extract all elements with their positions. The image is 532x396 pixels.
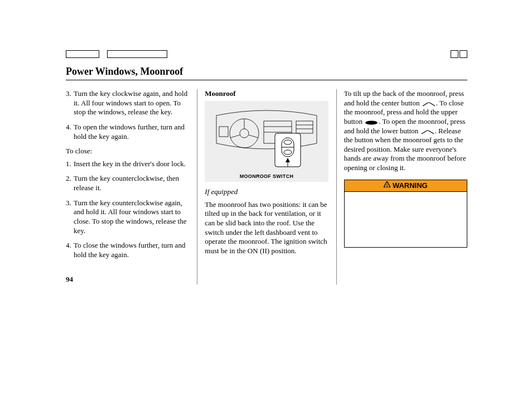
step-text: Turn the key clockwise again, and hold i… xyxy=(74,89,189,117)
step-text: To close the windows further, turn and h… xyxy=(74,241,189,259)
svg-point-19 xyxy=(365,120,378,124)
step-text: Insert the key in the driver's door lock… xyxy=(74,160,189,169)
moonroof-figure: MOONROOF SWITCH xyxy=(205,101,328,182)
tilt-button-icon xyxy=(422,100,436,106)
warning-label: WARNING xyxy=(393,181,428,191)
close-step: 4. To close the windows further, turn an… xyxy=(66,241,189,259)
open-button-icon xyxy=(420,128,435,134)
svg-point-16 xyxy=(284,150,292,154)
svg-rect-8 xyxy=(296,121,313,133)
svg-point-14 xyxy=(284,140,292,144)
moonroof-heading: Moonroof xyxy=(205,89,328,99)
svg-point-1 xyxy=(240,129,249,138)
page-title: Power Windows, Moonroof xyxy=(66,66,467,80)
manual-page: Power Windows, Moonroof 3. Turn the key … xyxy=(66,50,467,284)
close-heading: To close: xyxy=(66,147,189,156)
moonroof-operation: To tilt up the back of the moonroof, pre… xyxy=(344,89,467,173)
step-number: 3. xyxy=(66,89,74,117)
column-2: Moonroof xyxy=(197,89,336,265)
warning-box: ! WARNING xyxy=(344,180,467,248)
figure-caption: MOONROOF SWITCH xyxy=(208,173,325,180)
step-text: Turn the key counterclockwise again, and… xyxy=(74,199,189,236)
column-1: 3. Turn the key clockwise again, and hol… xyxy=(66,89,197,265)
step-number: 2. xyxy=(66,174,74,192)
column-3: To tilt up the back of the moonroof, pre… xyxy=(336,89,467,265)
moonroof-switch-illustration xyxy=(214,104,320,171)
close-button-icon xyxy=(364,119,379,124)
step-number: 3. xyxy=(66,199,74,236)
moonroof-description: The moonroof has two positions: it can b… xyxy=(205,200,328,256)
step-text: To open the windows further, turn and ho… xyxy=(74,123,189,141)
step-number: 4. xyxy=(66,123,74,141)
warning-header: ! WARNING xyxy=(345,180,467,192)
open-step: 3. Turn the key clockwise again, and hol… xyxy=(66,89,189,117)
close-step: 1. Insert the key in the driver's door l… xyxy=(66,160,189,169)
step-number: 4. xyxy=(66,241,74,259)
if-equipped-label: If equipped xyxy=(205,187,328,197)
close-step: 2. Turn the key counterclockwise, then r… xyxy=(66,174,189,192)
svg-line-4 xyxy=(249,135,258,138)
step-number: 1. xyxy=(66,160,74,169)
svg-rect-11 xyxy=(219,127,228,137)
open-step: 4. To open the windows further, turn and… xyxy=(66,123,189,141)
step-text: Turn the key counterclockwise, then rele… xyxy=(74,174,189,192)
close-step: 3. Turn the key counterclockwise again, … xyxy=(66,199,189,236)
warning-triangle-icon: ! xyxy=(384,181,390,190)
svg-text:!: ! xyxy=(386,183,388,188)
svg-line-3 xyxy=(230,135,240,138)
page-number: 94 xyxy=(66,275,467,284)
